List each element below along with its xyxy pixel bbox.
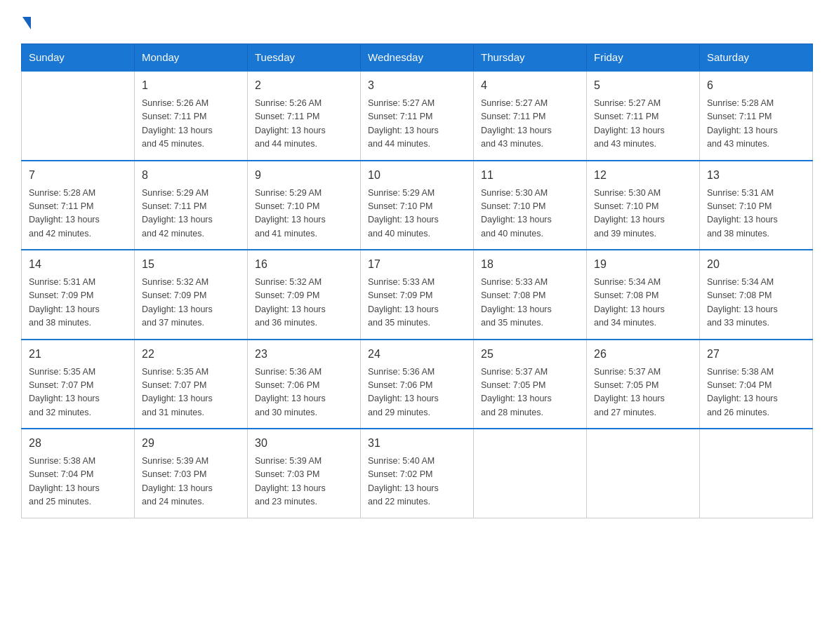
calendar-cell: 16Sunrise: 5:32 AMSunset: 7:09 PMDayligh… [248,250,361,340]
day-number: 16 [255,256,353,273]
calendar-cell: 11Sunrise: 5:30 AMSunset: 7:10 PMDayligh… [474,161,587,250]
day-info: Sunrise: 5:34 AMSunset: 7:08 PMDaylight:… [594,276,692,330]
calendar-cell: 31Sunrise: 5:40 AMSunset: 7:02 PMDayligh… [361,429,474,518]
day-number: 31 [368,435,466,452]
calendar-table: SundayMondayTuesdayWednesdayThursdayFrid… [21,43,813,518]
calendar-cell [587,429,700,518]
calendar-cell: 20Sunrise: 5:34 AMSunset: 7:08 PMDayligh… [700,250,813,340]
header-day-friday: Friday [587,44,700,72]
calendar-cell: 19Sunrise: 5:34 AMSunset: 7:08 PMDayligh… [587,250,700,340]
day-number: 12 [594,167,692,184]
day-info: Sunrise: 5:40 AMSunset: 7:02 PMDaylight:… [368,455,466,509]
day-info: Sunrise: 5:28 AMSunset: 7:11 PMDaylight:… [707,97,805,152]
day-number: 2 [255,77,353,94]
day-info: Sunrise: 5:30 AMSunset: 7:10 PMDaylight:… [594,187,692,241]
calendar-cell: 27Sunrise: 5:38 AMSunset: 7:04 PMDayligh… [700,340,813,429]
day-info: Sunrise: 5:32 AMSunset: 7:09 PMDaylight:… [255,276,353,330]
day-info: Sunrise: 5:29 AMSunset: 7:11 PMDaylight:… [142,187,240,241]
header-day-monday: Monday [135,44,248,72]
calendar-cell: 18Sunrise: 5:33 AMSunset: 7:08 PMDayligh… [474,250,587,340]
day-number: 28 [29,435,127,452]
day-info: Sunrise: 5:33 AMSunset: 7:08 PMDaylight:… [481,276,579,330]
day-number: 7 [29,167,127,184]
day-info: Sunrise: 5:27 AMSunset: 7:11 PMDaylight:… [368,97,466,152]
calendar-cell: 6Sunrise: 5:28 AMSunset: 7:11 PMDaylight… [700,71,813,161]
day-info: Sunrise: 5:31 AMSunset: 7:09 PMDaylight:… [29,276,127,330]
calendar-cell: 7Sunrise: 5:28 AMSunset: 7:11 PMDaylight… [22,161,135,250]
calendar-cell [700,429,813,518]
calendar-cell: 13Sunrise: 5:31 AMSunset: 7:10 PMDayligh… [700,161,813,250]
header-day-saturday: Saturday [700,44,813,72]
day-info: Sunrise: 5:29 AMSunset: 7:10 PMDaylight:… [368,187,466,241]
page-header [21,14,813,29]
calendar-cell: 9Sunrise: 5:29 AMSunset: 7:10 PMDaylight… [248,161,361,250]
week-row-3: 14Sunrise: 5:31 AMSunset: 7:09 PMDayligh… [22,250,813,340]
day-info: Sunrise: 5:31 AMSunset: 7:10 PMDaylight:… [707,187,805,241]
logo-arrow-icon [22,17,31,29]
calendar-cell: 15Sunrise: 5:32 AMSunset: 7:09 PMDayligh… [135,250,248,340]
week-row-2: 7Sunrise: 5:28 AMSunset: 7:11 PMDaylight… [22,161,813,250]
calendar-cell: 8Sunrise: 5:29 AMSunset: 7:11 PMDaylight… [135,161,248,250]
day-info: Sunrise: 5:29 AMSunset: 7:10 PMDaylight:… [255,187,353,241]
calendar-cell: 1Sunrise: 5:26 AMSunset: 7:11 PMDaylight… [135,71,248,161]
calendar-cell: 21Sunrise: 5:35 AMSunset: 7:07 PMDayligh… [22,340,135,429]
day-info: Sunrise: 5:38 AMSunset: 7:04 PMDaylight:… [707,365,805,420]
day-info: Sunrise: 5:27 AMSunset: 7:11 PMDaylight:… [481,97,579,152]
day-number: 22 [142,346,240,363]
day-info: Sunrise: 5:30 AMSunset: 7:10 PMDaylight:… [481,187,579,241]
day-info: Sunrise: 5:27 AMSunset: 7:11 PMDaylight:… [594,97,692,152]
day-info: Sunrise: 5:34 AMSunset: 7:08 PMDaylight:… [707,276,805,330]
day-number: 29 [142,435,240,452]
calendar-cell: 3Sunrise: 5:27 AMSunset: 7:11 PMDaylight… [361,71,474,161]
day-number: 17 [368,256,466,273]
calendar-cell: 4Sunrise: 5:27 AMSunset: 7:11 PMDaylight… [474,71,587,161]
calendar-cell: 29Sunrise: 5:39 AMSunset: 7:03 PMDayligh… [135,429,248,518]
header-row: SundayMondayTuesdayWednesdayThursdayFrid… [22,44,813,72]
header-day-sunday: Sunday [22,44,135,72]
calendar-cell: 24Sunrise: 5:36 AMSunset: 7:06 PMDayligh… [361,340,474,429]
day-number: 14 [29,256,127,273]
day-number: 27 [707,346,805,363]
week-row-4: 21Sunrise: 5:35 AMSunset: 7:07 PMDayligh… [22,340,813,429]
calendar-cell: 2Sunrise: 5:26 AMSunset: 7:11 PMDaylight… [248,71,361,161]
day-number: 4 [481,77,579,94]
day-number: 11 [481,167,579,184]
day-info: Sunrise: 5:26 AMSunset: 7:11 PMDaylight:… [142,97,240,152]
calendar-cell [22,71,135,161]
calendar-cell: 28Sunrise: 5:38 AMSunset: 7:04 PMDayligh… [22,429,135,518]
day-number: 9 [255,167,353,184]
day-number: 6 [707,77,805,94]
calendar-cell [474,429,587,518]
day-info: Sunrise: 5:33 AMSunset: 7:09 PMDaylight:… [368,276,466,330]
calendar-cell: 30Sunrise: 5:39 AMSunset: 7:03 PMDayligh… [248,429,361,518]
calendar-cell: 26Sunrise: 5:37 AMSunset: 7:05 PMDayligh… [587,340,700,429]
header-day-thursday: Thursday [474,44,587,72]
header-day-tuesday: Tuesday [248,44,361,72]
day-number: 13 [707,167,805,184]
calendar-body: 1Sunrise: 5:26 AMSunset: 7:11 PMDaylight… [22,71,813,518]
calendar-cell: 22Sunrise: 5:35 AMSunset: 7:07 PMDayligh… [135,340,248,429]
calendar-cell: 10Sunrise: 5:29 AMSunset: 7:10 PMDayligh… [361,161,474,250]
day-number: 8 [142,167,240,184]
day-number: 21 [29,346,127,363]
day-number: 15 [142,256,240,273]
day-info: Sunrise: 5:37 AMSunset: 7:05 PMDaylight:… [594,365,692,420]
day-number: 20 [707,256,805,273]
calendar-cell: 25Sunrise: 5:37 AMSunset: 7:05 PMDayligh… [474,340,587,429]
day-info: Sunrise: 5:28 AMSunset: 7:11 PMDaylight:… [29,187,127,241]
calendar-cell: 5Sunrise: 5:27 AMSunset: 7:11 PMDaylight… [587,71,700,161]
calendar-header: SundayMondayTuesdayWednesdayThursdayFrid… [22,44,813,72]
logo [21,14,31,29]
day-number: 3 [368,77,466,94]
day-number: 23 [255,346,353,363]
day-info: Sunrise: 5:37 AMSunset: 7:05 PMDaylight:… [481,365,579,420]
day-info: Sunrise: 5:32 AMSunset: 7:09 PMDaylight:… [142,276,240,330]
day-info: Sunrise: 5:35 AMSunset: 7:07 PMDaylight:… [29,365,127,420]
day-number: 24 [368,346,466,363]
day-number: 18 [481,256,579,273]
day-info: Sunrise: 5:39 AMSunset: 7:03 PMDaylight:… [142,455,240,509]
day-info: Sunrise: 5:36 AMSunset: 7:06 PMDaylight:… [368,365,466,420]
calendar-cell: 14Sunrise: 5:31 AMSunset: 7:09 PMDayligh… [22,250,135,340]
day-number: 5 [594,77,692,94]
day-info: Sunrise: 5:38 AMSunset: 7:04 PMDaylight:… [29,455,127,509]
